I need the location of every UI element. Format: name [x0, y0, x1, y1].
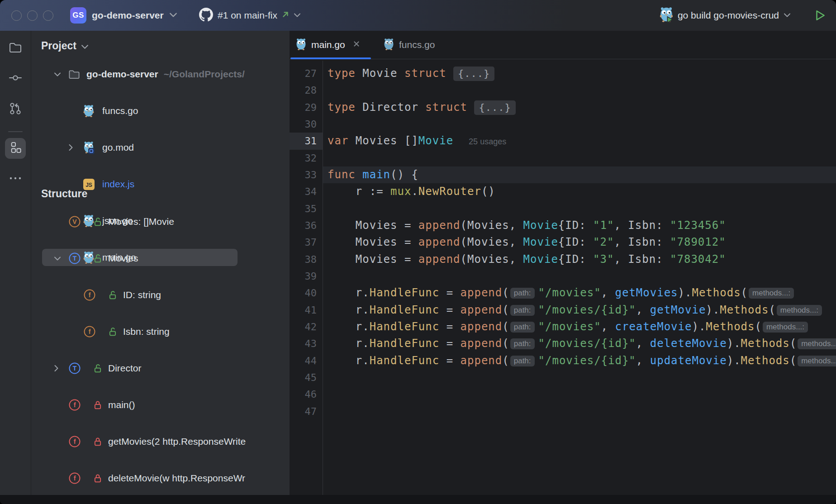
- svg-text:T: T: [73, 255, 77, 262]
- structure-item-main[interactable]: fmain(): [31, 396, 290, 414]
- chevron-down-icon[interactable]: [54, 256, 61, 261]
- line-number[interactable]: 36: [290, 217, 317, 234]
- line-number[interactable]: 27: [290, 65, 317, 82]
- code-line-39: [328, 268, 836, 285]
- tree-item-go.mod[interactable]: go.mod: [31, 138, 290, 157]
- go-file-icon: [296, 38, 306, 52]
- line-number[interactable]: 34: [290, 183, 317, 200]
- code-token: struct: [425, 101, 467, 114]
- line-number[interactable]: 28: [290, 82, 317, 99]
- line-number[interactable]: 41: [290, 302, 317, 319]
- run-button[interactable]: [813, 0, 826, 31]
- zoom-window-button[interactable]: [43, 10, 53, 21]
- code-token: =: [439, 354, 460, 367]
- github-icon: [199, 8, 213, 24]
- pull-requests-tool-button[interactable]: [0, 101, 31, 118]
- go-run-config-icon: [660, 7, 673, 24]
- code-token: Methods: [706, 320, 755, 333]
- code-line-28: [328, 82, 836, 99]
- code-token: append: [418, 253, 461, 266]
- svg-text:f: f: [89, 328, 91, 335]
- structure-item-getMovies[interactable]: fgetMovies(2 http.ResponseWrite: [31, 433, 290, 451]
- chevron-down-icon: [784, 11, 791, 19]
- chevron-right-icon[interactable]: [54, 365, 59, 372]
- folded-region[interactable]: {...}: [474, 100, 515, 115]
- code-token: (Movies,: [461, 236, 523, 248]
- line-number[interactable]: 45: [290, 369, 317, 386]
- code-token: HandleFunc: [370, 337, 440, 350]
- code-line-31: var Movies []Movie25 usages: [328, 133, 836, 149]
- project-widget[interactable]: GS go-demo-server: [70, 0, 177, 31]
- structure-item-Isbn[interactable]: fIsbn: string: [31, 323, 290, 341]
- line-number[interactable]: 43: [290, 335, 317, 352]
- code-token: append: [461, 304, 503, 316]
- project-tool-button[interactable]: [0, 41, 31, 56]
- tab-main-go[interactable]: main.go: [296, 31, 360, 59]
- arrow-up-right-icon: [282, 11, 289, 20]
- project-panel-header[interactable]: Project: [41, 40, 89, 52]
- code-line-41: r.HandleFunc = append(path:"/movies/{id}…: [328, 302, 836, 319]
- code-token: Movies []: [348, 134, 418, 147]
- minimize-window-button[interactable]: [27, 10, 38, 21]
- line-number[interactable]: 29: [290, 99, 317, 116]
- code-token: deleteMovie: [650, 337, 727, 350]
- structure-panel-header[interactable]: Structure: [41, 188, 87, 200]
- line-number[interactable]: 31: [290, 133, 317, 149]
- tree-item-funcs.go[interactable]: funcs.go: [31, 102, 290, 120]
- line-number[interactable]: 39: [290, 268, 317, 285]
- vcs-widget[interactable]: #1 on main-fix: [199, 0, 301, 31]
- code-token: HandleFunc: [370, 304, 440, 316]
- inlay-hint: methods...:: [798, 356, 836, 366]
- lock-open-icon: [94, 364, 102, 373]
- chevron-right-icon[interactable]: [68, 144, 73, 151]
- code-token: Movie: [523, 236, 558, 248]
- code-line-40: r.HandleFunc = append(path:"/movies", ge…: [328, 285, 836, 301]
- chevron-down-icon: [169, 11, 177, 19]
- close-window-button[interactable]: [11, 10, 22, 21]
- code-token: struct: [404, 67, 446, 80]
- line-number[interactable]: 35: [290, 200, 317, 217]
- line-number[interactable]: 46: [290, 386, 317, 403]
- structure-tool-button[interactable]: [5, 138, 26, 159]
- code-token: append: [418, 219, 461, 232]
- code-token: createMovie: [615, 320, 692, 333]
- structure-item-Director[interactable]: TDirector: [31, 359, 290, 378]
- usages-hint[interactable]: 25 usages: [469, 137, 506, 146]
- tab-funcs-go[interactable]: funcs.go: [384, 31, 435, 59]
- project-tree: go-demo-server~/GolandProjects/funcs.gog…: [31, 65, 290, 175]
- more-tool-windows-button[interactable]: [0, 174, 31, 185]
- structure-item-Movies[interactable]: VMovies: []Movie: [31, 213, 290, 231]
- symbol-f-icon: f: [68, 399, 81, 411]
- folder-icon: [8, 41, 23, 56]
- folded-region[interactable]: {...}: [453, 67, 494, 81]
- line-number[interactable]: 33: [290, 166, 317, 183]
- run-config-widget[interactable]: go build go-movies-crud: [660, 0, 791, 31]
- line-number[interactable]: 30: [290, 116, 317, 133]
- line-number[interactable]: 32: [290, 150, 317, 166]
- line-number[interactable]: 47: [290, 403, 317, 420]
- lock-open-icon: [94, 254, 102, 263]
- line-number[interactable]: 38: [290, 251, 317, 268]
- code-token: {ID:: [558, 236, 593, 248]
- commit-tool-button[interactable]: [0, 71, 31, 86]
- structure-item-deleteMovie[interactable]: fdeleteMovie(w http.ResponseWr: [31, 469, 290, 488]
- code-area[interactable]: 2728293031323334353637383940414243444546…: [290, 61, 836, 495]
- code-token: , Isbn:: [614, 253, 670, 266]
- code-token: "/movies": [538, 286, 601, 299]
- code-line-36: Movies = append(Movies, Movie{ID: "1", I…: [328, 217, 836, 234]
- code-token: [446, 67, 453, 80]
- line-number[interactable]: 40: [290, 285, 317, 301]
- symbol-f-icon: f: [68, 435, 81, 448]
- structure-item-ID[interactable]: fID: string: [31, 286, 290, 304]
- code-token: append: [418, 236, 461, 248]
- line-number[interactable]: 44: [290, 352, 317, 369]
- chevron-down-icon[interactable]: [54, 72, 61, 77]
- code-token: {ID:: [558, 219, 593, 232]
- symbol-V-icon: V: [68, 215, 81, 228]
- tree-item-go-demo-server[interactable]: go-demo-server~/GolandProjects/: [31, 65, 290, 84]
- code-token: HandleFunc: [370, 354, 440, 367]
- line-number[interactable]: 37: [290, 234, 317, 251]
- close-icon[interactable]: [353, 40, 360, 49]
- structure-item-Movies[interactable]: TMovies: [31, 249, 290, 268]
- line-number[interactable]: 42: [290, 319, 317, 335]
